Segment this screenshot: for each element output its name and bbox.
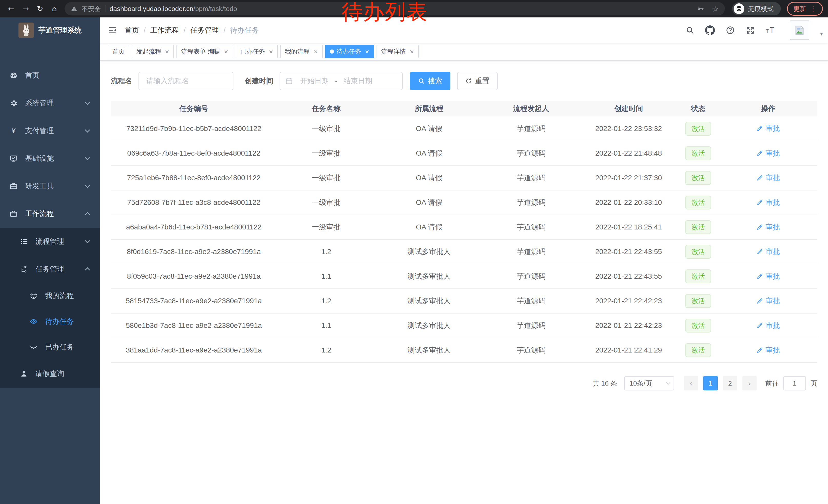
sidebar-item-person[interactable]: 请假查询	[0, 360, 100, 387]
sidebar-item-briefcase[interactable]: 工作流程	[0, 200, 100, 228]
table-row: 8f0d1619-7ac8-11ec-a9e2-a2380e71991a1.2测…	[111, 239, 817, 264]
page-button-2[interactable]: 2	[723, 376, 737, 391]
tab-首页[interactable]: 首页	[108, 45, 129, 58]
key-icon[interactable]	[696, 5, 705, 13]
tab-流程详情[interactable]: 流程详情×	[377, 45, 419, 58]
approve-link[interactable]: 审批	[756, 222, 780, 232]
approve-label: 审批	[766, 148, 780, 158]
approve-link[interactable]: 审批	[756, 272, 780, 281]
sidebar-item-label: 请假查询	[35, 369, 64, 379]
process-name-label: 流程名	[111, 76, 132, 86]
search-icon[interactable]	[686, 26, 694, 35]
approve-link[interactable]: 审批	[756, 345, 780, 355]
task-name-cell: 一级审批	[277, 117, 376, 141]
reload-icon[interactable]: ↻	[34, 3, 46, 15]
date-range-picker[interactable]: -	[280, 72, 403, 90]
breadcrumb-item[interactable]: 任务管理	[190, 26, 219, 35]
start-date-input[interactable]	[295, 77, 334, 85]
forward-icon[interactable]: →	[19, 3, 32, 15]
table-row: 725a1eb6-7b88-11ec-8ef0-acde48001122一级审批…	[111, 166, 817, 190]
browser-update-button[interactable]: 更新 ⋮	[787, 2, 823, 16]
approve-link[interactable]: 审批	[756, 148, 780, 158]
tab-close-icon[interactable]: ×	[224, 48, 228, 55]
approve-link[interactable]: 审批	[756, 173, 780, 183]
create-time-label: 创建时间	[245, 76, 274, 86]
end-date-input[interactable]	[338, 77, 377, 85]
tab-label: 待办任务	[336, 47, 361, 56]
date-range-separator: -	[334, 77, 338, 85]
approve-link[interactable]: 审批	[756, 321, 780, 330]
status-cell: 激活	[677, 239, 719, 264]
tab-已办任务[interactable]: 已办任务×	[236, 45, 278, 58]
bookmark-star-icon[interactable]: ☆	[712, 4, 719, 13]
help-icon[interactable]	[726, 26, 735, 35]
table-row: a6aba0a4-7b6d-11ec-b781-acde48001122一级审批…	[111, 215, 817, 239]
tab-close-icon[interactable]: ×	[313, 48, 318, 55]
avatar-caret-down-icon[interactable]: ▾	[820, 31, 823, 37]
tab-待办任务[interactable]: 待办任务×	[325, 45, 374, 58]
sidebar-item-flow[interactable]: 任务管理	[0, 255, 100, 283]
browser-menu-dots-icon[interactable]: ⋮	[810, 5, 817, 12]
back-icon[interactable]: ←	[5, 3, 17, 15]
tab-label: 流程详情	[381, 47, 406, 56]
prev-page-button[interactable]: ‹	[684, 376, 698, 391]
refresh-icon	[465, 78, 472, 84]
sidebar-item-face[interactable]: 我的流程	[0, 283, 100, 309]
approve-link[interactable]: 审批	[756, 296, 780, 306]
page-button-1[interactable]: 1	[703, 376, 718, 391]
edit-icon	[756, 125, 763, 132]
sidebar-item-label: 首页	[25, 71, 40, 80]
tab-close-icon[interactable]: ×	[365, 48, 369, 55]
sidebar-item-label: 我的流程	[45, 291, 74, 301]
breadcrumb-item[interactable]: 工作流程	[150, 26, 179, 35]
next-page-button[interactable]: ›	[742, 376, 757, 391]
table-row: 069c6a63-7b8a-11ec-8ef0-acde48001122一级审批…	[111, 141, 817, 166]
edit-icon	[756, 175, 763, 181]
sidebar-item-monitor[interactable]: 基础设施	[0, 145, 100, 172]
sidebar-item-gear[interactable]: 系统管理	[0, 89, 100, 117]
github-icon[interactable]	[705, 26, 715, 35]
sidebar-item-eye-closed[interactable]: 已办任务	[0, 334, 100, 360]
chevron-down-icon	[85, 238, 90, 243]
page-size-select[interactable]: 10条/页	[624, 376, 674, 391]
approve-link[interactable]: 审批	[756, 247, 780, 257]
tab-流程表单-编辑[interactable]: 流程表单-编辑×	[176, 45, 233, 58]
sidebar-item-yen[interactable]: ¥支付管理	[0, 117, 100, 145]
fullscreen-icon[interactable]	[746, 26, 755, 35]
task-name-cell: 1.1	[277, 264, 376, 289]
create-time-cell: 2022-01-22 18:25:41	[580, 215, 677, 239]
home-icon[interactable]: ⌂	[48, 3, 60, 15]
process-name-input[interactable]	[138, 72, 234, 90]
sidebar-item-label: 任务管理	[35, 264, 64, 274]
dashboard-icon	[9, 71, 18, 80]
status-badge: 激活	[686, 171, 711, 185]
sidebar-item-list-tree[interactable]: 流程管理	[0, 228, 100, 255]
sidebar-collapse-icon[interactable]	[100, 17, 125, 43]
avatar[interactable]	[790, 20, 809, 40]
process-cell: OA 请假	[376, 166, 483, 190]
tab-发起流程[interactable]: 发起流程×	[132, 45, 174, 58]
reset-button[interactable]: 重置	[457, 72, 498, 90]
sidebar-logo: 芋道管理系统	[0, 17, 100, 43]
task-name-cell: 一级审批	[277, 190, 376, 215]
search-button[interactable]: 搜索	[410, 72, 450, 90]
table-row: 8f059c03-7ac8-11ec-a9e2-a2380e71991a1.1测…	[111, 264, 817, 289]
approve-link[interactable]: 审批	[756, 198, 780, 208]
goto-page-input[interactable]	[783, 376, 806, 391]
status-cell: 激活	[677, 338, 719, 363]
calendar-icon	[285, 77, 293, 85]
sidebar-item-dashboard[interactable]: 首页	[0, 61, 100, 89]
tab-close-icon[interactable]: ×	[268, 48, 273, 55]
font-size-icon[interactable]: TT	[766, 26, 777, 35]
sidebar-item-eye-open[interactable]: 待办任务	[0, 309, 100, 334]
task-name-cell: 1.2	[277, 338, 376, 363]
column-header: 任务编号	[111, 101, 277, 117]
breadcrumb-item[interactable]: 首页	[125, 26, 139, 35]
approve-link[interactable]: 审批	[756, 124, 780, 133]
tab-close-icon[interactable]: ×	[409, 48, 414, 55]
tab-close-icon[interactable]: ×	[165, 48, 169, 55]
edit-icon	[756, 150, 763, 156]
tab-我的流程[interactable]: 我的流程×	[280, 45, 322, 58]
sidebar-item-toolbox[interactable]: 研发工具	[0, 172, 100, 200]
sidebar-item-label: 系统管理	[25, 98, 54, 108]
